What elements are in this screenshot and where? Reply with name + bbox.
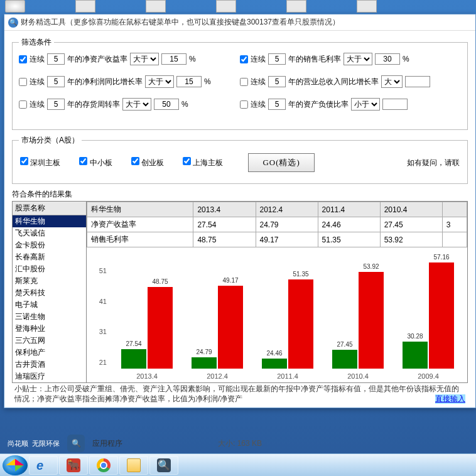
app-label: 应用程序 — [92, 438, 122, 449]
x-tick: 2011.4 — [277, 372, 298, 380]
stock-item[interactable]: 古井贡酒 — [13, 359, 86, 371]
table-extra — [442, 202, 467, 217]
filter-op-1[interactable]: 大于 — [343, 53, 372, 65]
x-tick: 2009.4 — [418, 372, 439, 380]
filter-years-0[interactable] — [47, 53, 65, 65]
filter-metric-label: 年的净资产收益率 — [67, 54, 127, 65]
table-cell — [442, 232, 467, 247]
y-tick: 31 — [99, 328, 107, 335]
stock-item[interactable]: 电子城 — [13, 299, 86, 311]
market-opt-label: 上海主板 — [193, 158, 223, 167]
chart-bar: 24.79 — [192, 357, 217, 369]
market-legend: 市场分类（A股） — [19, 135, 82, 146]
stock-item[interactable]: 迪瑞医疗 — [13, 371, 86, 382]
chart-bar: 24.46 — [262, 359, 287, 369]
taskbar-chrome-button[interactable] — [89, 456, 118, 475]
pct-label: % — [181, 100, 188, 109]
explorer-strip: 尚花顺 无限环保 🔍 应用程序 大小: 163 KB — [0, 433, 476, 453]
results-right-pane: 科华生物2013.42012.42011.42010.4 净资产收益率27.54… — [87, 202, 467, 382]
filter-check-1[interactable] — [240, 55, 248, 63]
desktop-icons-row — [0, 0, 476, 14]
bar-value-label: 57.16 — [433, 254, 449, 261]
stock-item[interactable]: 三诺生物 — [13, 311, 86, 323]
filter-metric-label: 年的销售毛利率 — [288, 54, 341, 65]
stock-item[interactable]: 长春高新 — [13, 251, 86, 263]
stock-item[interactable]: 金卡股份 — [13, 239, 86, 251]
stock-item[interactable]: 飞天诚信 — [13, 227, 86, 239]
desktop-shortcut-icon[interactable] — [216, 0, 236, 13]
filter-years-4[interactable] — [47, 99, 65, 110]
filter-val-3[interactable] — [405, 76, 430, 87]
results-area: 股票名称 科华生物飞天诚信金卡股份长春高新汇中股份斯莱克楚天科技电子城三诺生物登… — [12, 201, 468, 383]
stock-list[interactable]: 股票名称 科华生物飞天诚信金卡股份长春高新汇中股份斯莱克楚天科技电子城三诺生物登… — [13, 202, 87, 382]
taskbar-ie-button[interactable]: e — [29, 456, 58, 475]
market-check-1[interactable] — [79, 157, 87, 165]
stock-item[interactable]: 登海种业 — [13, 323, 86, 335]
continuous-label: 连续 — [30, 77, 45, 87]
recycle-bin-icon[interactable] — [5, 0, 25, 13]
filter-val-4[interactable] — [154, 99, 179, 110]
table-corner: 科华生物 — [87, 202, 193, 217]
y-tick: 51 — [99, 267, 107, 274]
continuous-label: 连续 — [251, 77, 266, 87]
stock-item[interactable]: 科华生物 — [13, 215, 86, 227]
table-cell: 51.35 — [318, 232, 380, 247]
chart-bar: 48.75 — [148, 287, 173, 369]
x-tick: 2013.4 — [136, 372, 158, 380]
taskbar-app-button[interactable]: 🐂 — [59, 456, 88, 475]
bar-chart: 2131415161 27.5448.7524.7949.1724.4651.3… — [87, 247, 467, 382]
go-button[interactable]: GO(精选) — [248, 153, 314, 172]
filter-val-1[interactable] — [375, 53, 400, 65]
bar-value-label: 24.46 — [266, 350, 282, 357]
filter-val-2[interactable] — [176, 76, 202, 87]
x-tick: 2012.4 — [207, 372, 228, 380]
filter-check-3[interactable] — [240, 78, 248, 86]
filter-op-5[interactable]: 小于 — [351, 98, 380, 111]
filter-check-0[interactable] — [19, 55, 27, 63]
desktop-shortcut-icon[interactable] — [146, 0, 166, 13]
market-check-3[interactable] — [183, 157, 191, 165]
stock-item[interactable]: 三六五网 — [13, 335, 86, 347]
stock-item[interactable]: 楚天科技 — [13, 287, 86, 299]
filter-years-3[interactable] — [268, 76, 286, 87]
bar-value-label: 49.17 — [222, 277, 238, 284]
prev-label: 尚花顺 — [8, 439, 28, 448]
desktop-shortcut-icon[interactable] — [286, 0, 306, 13]
filter-op-0[interactable]: 大于 — [130, 53, 159, 65]
start-button[interactable] — [3, 455, 28, 475]
market-check-2[interactable] — [131, 157, 139, 165]
filter-legend: 筛选条件 — [19, 37, 54, 48]
filter-op-2[interactable]: 大于 — [145, 75, 174, 88]
bar-value-label: 24.79 — [196, 349, 212, 355]
stock-item[interactable]: 汇中股份 — [13, 263, 86, 275]
filter-op-3[interactable]: 大 — [381, 75, 403, 88]
filter-metric-label: 年的存货周转率 — [67, 99, 120, 110]
filter-val-0[interactable] — [161, 53, 187, 65]
filter-check-5[interactable] — [240, 100, 248, 109]
filter-years-5[interactable] — [268, 99, 286, 110]
table-period-header: 2012.4 — [256, 202, 318, 217]
main-window: 🔍 财务精选工具（更多惊喜功能在鼠标右键菜单中，也可以直接按键盘300137查看… — [4, 14, 476, 408]
taskbar-explorer-button[interactable] — [119, 456, 148, 475]
filter-years-2[interactable] — [47, 76, 65, 87]
filter-check-2[interactable] — [19, 78, 27, 86]
filter-years-1[interactable] — [268, 53, 286, 65]
taskbar: e 🐂 🔍 — [0, 453, 476, 476]
continuous-label: 连续 — [30, 99, 45, 110]
filter-val-5[interactable] — [382, 99, 408, 110]
stock-item[interactable]: 保利地产 — [13, 347, 86, 359]
filter-op-4[interactable]: 大于 — [122, 98, 151, 111]
stock-item[interactable]: 斯莱克 — [13, 275, 86, 287]
filter-check-4[interactable] — [19, 100, 27, 109]
taskbar-search-button[interactable]: 🔍 — [149, 456, 178, 475]
bar-value-label: 51.35 — [293, 271, 308, 278]
direct-input-link[interactable]: 直接输入 — [435, 394, 465, 404]
desktop-shortcut-icon[interactable] — [75, 0, 95, 13]
desktop-shortcut-icon[interactable] — [357, 0, 377, 13]
market-opt-label: 深圳主板 — [30, 158, 60, 167]
window-title: 财务精选工具（更多惊喜功能在鼠标右键菜单中，也可以直接按键盘300137查看单只… — [21, 17, 340, 28]
question-label: 如有疑问，请联 — [407, 158, 460, 168]
metrics-table: 科华生物2013.42012.42011.42010.4 净资产收益率27.54… — [87, 202, 467, 247]
search-app-icon[interactable]: 🔍 — [67, 435, 85, 452]
market-check-0[interactable] — [20, 157, 28, 165]
